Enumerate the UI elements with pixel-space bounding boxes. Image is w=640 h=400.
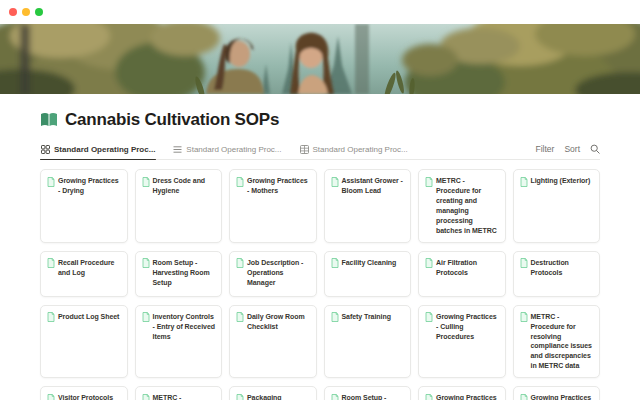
- sop-card[interactable]: Daily Grow Room Checklist: [229, 305, 317, 379]
- sop-card[interactable]: Growing Practices - Processing and Manuf…: [418, 386, 506, 400]
- green-document-icon: [142, 177, 150, 187]
- gallery-grid: Growing Practices - Drying Dress Code an…: [40, 169, 600, 400]
- sop-card[interactable]: Product Log Sheet: [40, 305, 128, 379]
- sop-card-title: Assistant Grower - Bloom Lead: [342, 176, 405, 196]
- open-book-icon: [40, 112, 58, 128]
- close-window-button[interactable]: [9, 8, 17, 16]
- green-document-icon: [47, 394, 55, 400]
- page-title: Cannabis Cultivation SOPs: [65, 110, 279, 130]
- sop-card[interactable]: Air Filtration Protocols: [418, 251, 506, 297]
- green-document-icon: [520, 258, 528, 268]
- green-document-icon: [142, 394, 150, 400]
- green-document-icon: [47, 177, 55, 187]
- sop-card[interactable]: Room Setup - Harvesting Room Setup: [135, 251, 223, 297]
- sop-card[interactable]: Recall Procedure and Log: [40, 251, 128, 297]
- tab-list-view[interactable]: Standard Operating Proc...: [172, 142, 282, 159]
- sop-card[interactable]: Growing Practices - Drying: [40, 169, 128, 243]
- sop-card[interactable]: Safety Training: [324, 305, 412, 379]
- sop-card-title: Daily Grow Room Checklist: [247, 312, 310, 332]
- sop-card[interactable]: Inventory Controls - Entry of Received I…: [135, 305, 223, 379]
- sop-card-title: Growing Practices - Handling: [531, 393, 594, 400]
- sop-card[interactable]: Facility Cleaning: [324, 251, 412, 297]
- sop-card-title: Air Filtration Protocols: [436, 258, 499, 278]
- page-header: Cannabis Cultivation SOPs: [40, 110, 600, 130]
- sop-card[interactable]: Room Setup - Vault Room Setup: [324, 386, 412, 400]
- green-document-icon: [236, 312, 244, 322]
- sop-card[interactable]: Growing Practices - Mothers: [229, 169, 317, 243]
- green-document-icon: [520, 312, 528, 322]
- green-document-icon: [47, 312, 55, 322]
- green-document-icon: [331, 312, 339, 322]
- sop-card[interactable]: Visitor Protocols: [40, 386, 128, 400]
- green-document-icon: [331, 258, 339, 268]
- sort-button[interactable]: Sort: [564, 144, 580, 154]
- green-document-icon: [520, 177, 528, 187]
- sop-card-title: Dress Code and Hygiene: [153, 176, 216, 196]
- sop-card-title: Lighting (Exterior): [531, 176, 591, 186]
- green-document-icon: [236, 177, 244, 187]
- search-button[interactable]: [590, 144, 600, 154]
- sop-card[interactable]: Destruction Protocols: [513, 251, 601, 297]
- sop-card[interactable]: Growing Practices - Handling: [513, 386, 601, 400]
- sop-card-title: Growing Practices - Drying: [58, 176, 121, 196]
- sop-card-title: Growing Practices - Processing and Manuf…: [436, 393, 499, 400]
- gallery-view-icon: [41, 145, 50, 154]
- sop-card[interactable]: METRC - Procedure for creating and manag…: [418, 169, 506, 243]
- green-document-icon: [520, 394, 528, 400]
- sop-card[interactable]: METRC - Procedure for assigning harvest …: [135, 386, 223, 400]
- sop-card-title: Room Setup - Vault Room Setup: [342, 393, 405, 400]
- green-document-icon: [47, 258, 55, 268]
- sop-card-title: Recall Procedure and Log: [58, 258, 121, 278]
- list-view-icon: [173, 145, 182, 154]
- sop-card-title: Safety Training: [342, 312, 391, 322]
- sop-card-title: Product Log Sheet: [58, 312, 119, 322]
- green-document-icon: [236, 258, 244, 268]
- green-document-icon: [425, 312, 433, 322]
- sop-card-title: Growing Practices - Mothers: [247, 176, 310, 196]
- sop-card-title: Inventory Controls - Entry of Received I…: [153, 312, 216, 342]
- sop-card[interactable]: Packaging Requirements: [229, 386, 317, 400]
- table-view-icon: [300, 145, 309, 154]
- green-document-icon: [236, 394, 244, 400]
- tab-gallery-view[interactable]: Standard Operating Proc...: [40, 142, 156, 159]
- green-document-icon: [331, 394, 339, 400]
- sop-card-title: METRC - Procedure for resolving complian…: [531, 312, 594, 372]
- sop-card-title: Packaging Requirements: [247, 393, 310, 400]
- sop-card-title: Visitor Protocols: [58, 393, 113, 400]
- view-toolbar: Filter Sort: [536, 144, 600, 159]
- sop-card-title: Facility Cleaning: [342, 258, 397, 268]
- sop-card-title: Room Setup - Harvesting Room Setup: [153, 258, 216, 288]
- tab-table-view[interactable]: Standard Operating Proc...: [299, 142, 409, 159]
- green-document-icon: [142, 258, 150, 268]
- sop-card[interactable]: METRC - Procedure for resolving complian…: [513, 305, 601, 379]
- sop-card-title: Job Description - Operations Manager: [247, 258, 310, 288]
- green-document-icon: [331, 177, 339, 187]
- sop-card[interactable]: Growing Practices - Culling Procedures: [418, 305, 506, 379]
- view-tabs: Standard Operating Proc... Standard Oper…: [40, 142, 536, 159]
- sop-card[interactable]: Lighting (Exterior): [513, 169, 601, 243]
- tab-label: Standard Operating Proc...: [186, 145, 281, 154]
- green-document-icon: [425, 258, 433, 268]
- window-titlebar: [0, 0, 640, 24]
- minimize-window-button[interactable]: [22, 8, 30, 16]
- sop-card[interactable]: Dress Code and Hygiene: [135, 169, 223, 243]
- green-document-icon: [425, 394, 433, 400]
- filter-button[interactable]: Filter: [536, 144, 555, 154]
- sop-card[interactable]: Assistant Grower - Bloom Lead: [324, 169, 412, 243]
- page-cover-image: [0, 24, 640, 94]
- sop-card[interactable]: Job Description - Operations Manager: [229, 251, 317, 297]
- zoom-window-button[interactable]: [35, 8, 43, 16]
- view-tabs-row: Standard Operating Proc... Standard Oper…: [40, 142, 600, 160]
- tab-label: Standard Operating Proc...: [54, 145, 155, 154]
- sop-card-title: METRC - Procedure for creating and manag…: [436, 176, 499, 236]
- search-icon: [590, 144, 600, 154]
- page-content: Cannabis Cultivation SOPs Standard Opera…: [0, 110, 640, 400]
- tab-label: Standard Operating Proc...: [313, 145, 408, 154]
- green-document-icon: [142, 312, 150, 322]
- cover-illustration: [0, 24, 640, 94]
- sop-card-title: METRC - Procedure for assigning harvest …: [153, 393, 216, 400]
- sop-card-title: Destruction Protocols: [531, 258, 594, 278]
- sop-card-title: Growing Practices - Culling Procedures: [436, 312, 499, 342]
- green-document-icon: [425, 177, 433, 187]
